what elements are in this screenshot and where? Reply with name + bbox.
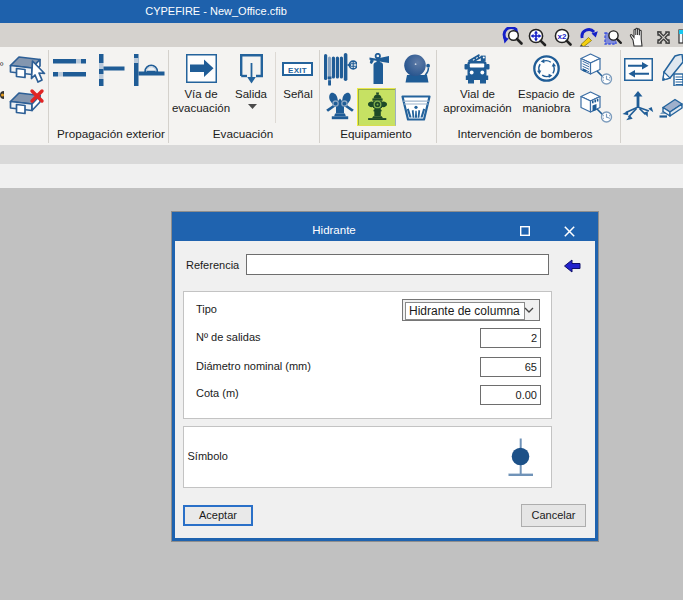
svg-text:x2: x2 xyxy=(558,32,567,41)
svg-text:EXIT: EXIT xyxy=(288,66,307,75)
